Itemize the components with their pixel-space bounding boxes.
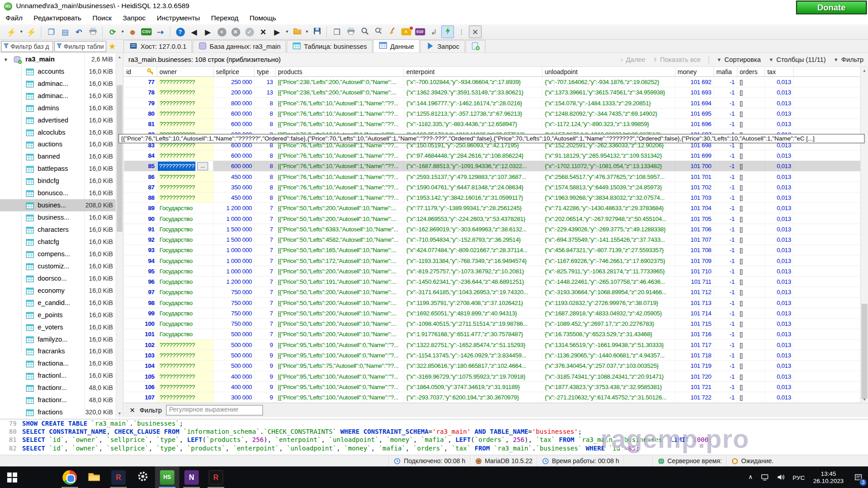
cell-id[interactable]: 96	[124, 277, 157, 286]
cell-owner[interactable]: ???????????	[157, 77, 214, 87]
cell-sellprice[interactable]: 750 000	[214, 319, 255, 328]
cell-tax[interactable]: 0,013	[765, 287, 794, 297]
cell-id[interactable]: 107	[124, 392, 157, 402]
cell-type[interactable]: 7	[255, 329, 276, 339]
column-header-money[interactable]: money	[675, 67, 714, 76]
sidebar-item-banned[interactable]: banned16,0 KiB	[0, 150, 123, 163]
cell-unloadpoint[interactable]: {"x":-1167.69226,"y":-746.2661,"z":17.69…	[542, 256, 675, 266]
cell-tax[interactable]: 0,013	[765, 382, 794, 392]
cell-enterpoint[interactable]: {"x":1590.04761,"y":6447.81348,"z":24.08…	[404, 182, 542, 192]
table-row[interactable]: 102???????????500 0009[{"Price":95,"Left…	[124, 340, 860, 350]
table-row[interactable]: 107???????????300 0009[{"Price":95,"Left…	[124, 392, 860, 403]
search-icon[interactable]	[358, 25, 371, 38]
cell-money[interactable]: 101 692	[675, 77, 714, 87]
cell-tax[interactable]: 0,013	[765, 224, 794, 234]
cell-products[interactable]: [{"Price":95,"Lefts":100,"Autosell":0,"N…	[276, 350, 404, 360]
cell-money[interactable]: 101 716	[675, 329, 714, 339]
cell-owner[interactable]: Государство	[157, 266, 214, 276]
cell-owner[interactable]: ???????????	[157, 392, 214, 402]
cell-tax[interactable]: 0,013	[765, 256, 794, 266]
cell-type[interactable]: 8	[255, 192, 276, 202]
grid-control-sorting[interactable]: ▼Сортировка	[717, 56, 761, 64]
cell-tax[interactable]: 0,013	[765, 182, 794, 192]
cell-sellprice[interactable]: 300 000	[214, 392, 255, 402]
cell-tax[interactable]: 0,013	[765, 87, 794, 97]
column-header-enterpoint[interactable]: enterpoint	[404, 67, 542, 76]
cell-orders[interactable]: []	[737, 235, 765, 244]
cell-mafia[interactable]: -1	[714, 308, 737, 318]
cell-type[interactable]: 7	[255, 214, 276, 224]
tab-хост[interactable]: Хост: 127.0.0.1	[123, 40, 192, 52]
cell-products[interactable]: [{"Price":50,"Lefts":165,"Autosell":10,"…	[276, 245, 404, 255]
cell-owner[interactable]: ???????????	[157, 119, 214, 129]
cell-enterpoint[interactable]: {"x":77.1179,"y":-1389.99341,"z":28.2561…	[404, 203, 542, 213]
cell-type[interactable]: 9	[255, 361, 276, 371]
cell-money[interactable]: 101 696	[675, 119, 714, 129]
cell-tax[interactable]: 0,013	[765, 203, 794, 213]
cell-type[interactable]: 7	[255, 319, 276, 328]
cell-enterpoint[interactable]: {"x":-1450.62341,"y":-236.644,"z":48.689…	[404, 277, 542, 286]
cell-sellprice[interactable]: 1 000 000	[214, 214, 255, 224]
cell-id[interactable]: 95	[124, 266, 157, 276]
cell-sellprice[interactable]: 500 000	[214, 361, 255, 371]
cell-owner[interactable]: ???????????	[157, 350, 214, 360]
cell-owner[interactable]: ???????????	[157, 361, 214, 371]
wrap-lines-icon[interactable]: ↲	[427, 25, 440, 38]
cell-enterpoint[interactable]: {"x":-162.869019,"y":-303.649963,"z":38.…	[404, 224, 542, 234]
cell-money[interactable]: 101 704	[675, 203, 714, 213]
cell-mafia[interactable]: -1	[714, 150, 737, 160]
cell-orders[interactable]: []	[737, 192, 765, 202]
tray-monitor-icon[interactable]	[757, 466, 773, 488]
refresh-icon[interactable]: ⟳	[106, 25, 119, 38]
cell-enterpoint[interactable]: {"x":1322.82751,"y":-1652.85474,"z":51.1…	[404, 340, 542, 350]
cell-type[interactable]: 8	[255, 182, 276, 192]
cell-id[interactable]: 89	[124, 203, 157, 213]
cell-owner[interactable]: Государство	[157, 329, 214, 339]
tab-запрос[interactable]: Запрос	[420, 40, 465, 52]
sidebar-item-compens[interactable]: compens...16,0 KiB	[0, 248, 123, 260]
cell-money[interactable]: 101 702	[675, 182, 714, 192]
table-row[interactable]: 100Государство750 0007[{"Price":50,"Left…	[124, 319, 860, 329]
sidebar-item-fractions[interactable]: fractions320,0 KiB	[0, 406, 123, 417]
undo-icon[interactable]: ↶	[72, 25, 85, 38]
cell-enterpoint[interactable]: {"x":424.077484,"y":-809.021667,"z":28.3…	[404, 245, 542, 255]
user-manager-icon[interactable]: ☻	[126, 25, 139, 38]
cell-orders[interactable]: []	[737, 392, 765, 402]
table-row[interactable]: 99Государство750 0007[{"Price":50,"Lefts…	[124, 308, 860, 319]
cell-sellprice[interactable]: 750 000	[214, 287, 255, 297]
sidebar-item-fractionl[interactable]: fractionl...16,0 KiB	[0, 370, 123, 382]
cell-money[interactable]: 101 705	[675, 214, 714, 224]
cell-products[interactable]: [{"Price":95,"Lefts":100,"Autosell":0,"N…	[276, 392, 404, 402]
cell-type[interactable]: 8	[255, 108, 276, 118]
cell-enterpoint[interactable]: {"x":-1687.88513,"y":-1091.94336,"z":12.…	[404, 161, 542, 171]
cell-enterpoint[interactable]: {"x":1692.65051,"y":4819.899,"z":40.9431…	[404, 308, 542, 318]
taskbar-app-app-n[interactable]: N	[179, 466, 204, 488]
cell-products[interactable]: [{"Price":238,"Lefts":200,"Autosell":0,"…	[276, 77, 404, 87]
chevron-down-icon[interactable]: ▾	[5, 56, 14, 62]
cell-unloadpoint[interactable]: {"x":1314.56519,"y":-1661.99438,"z":51.3…	[542, 340, 675, 350]
sidebar-item-bonusco[interactable]: bonusco...16,0 KiB	[0, 187, 123, 199]
cell-owner[interactable]: ???????????	[157, 172, 214, 182]
cell-products[interactable]: [{"Price":50,"Lefts":4582,"Autosell":10,…	[276, 235, 404, 244]
new-window-icon[interactable]: ❒	[330, 25, 343, 38]
cell-sellprice[interactable]: 600 000	[214, 161, 255, 171]
table-row[interactable]: 95Государство1 000 0007[{"Price":50,"Lef…	[124, 266, 860, 277]
cell-type[interactable]: 9	[255, 371, 276, 381]
cell-money[interactable]: 101 718	[675, 350, 714, 360]
cell-products[interactable]: [{"Price":50,"Lefts":200,"Autosell":10,"…	[276, 266, 404, 276]
save-icon[interactable]	[311, 25, 323, 38]
cell-unloadpoint[interactable]: {"x":1248.82092,"y":-344.7435,"z":69.149…	[542, 108, 675, 118]
cell-type[interactable]: 13	[255, 77, 276, 87]
cell-owner[interactable]: Государство	[157, 203, 214, 213]
table-row[interactable]: 77???????????250 00013[{"Price":238,"Lef…	[124, 77, 860, 87]
cell-owner[interactable]: ???????????	[157, 98, 214, 108]
favorites-star-icon[interactable]: ★	[108, 41, 116, 51]
scroll-down-icon[interactable]: ▼	[116, 410, 123, 417]
cell-products[interactable]: [{"Price":76,"Lefts":10,"Autosell":1,"Na…	[276, 98, 404, 108]
table-row[interactable]: 78???????????200 00013[{"Price":238,"Lef…	[124, 87, 860, 98]
cell-sellprice[interactable]: 400 000	[214, 371, 255, 381]
cell-enterpoint[interactable]: {"x":-1098.40515,"y":2711.51514,"z":19.9…	[404, 319, 542, 328]
menu-item-7[interactable]: Помощь	[244, 13, 282, 23]
connect-dropdown-icon[interactable]: ▼	[18, 25, 24, 38]
cell-enterpoint[interactable]: {"x":-1154.13745,"y":-1426.0929,"z":3.83…	[404, 350, 542, 360]
